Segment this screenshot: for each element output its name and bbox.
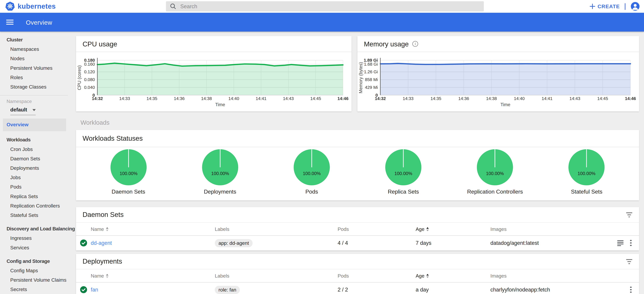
sort-icon [106, 274, 108, 278]
sidebar-section-config-storage: Config and Storage [0, 257, 68, 266]
namespace-value: default [10, 107, 27, 113]
label-chip: app: dd-agent [215, 239, 252, 247]
workloads-statuses-card: Workloads Statuses 100.00% Daemon Sets 1… [76, 130, 639, 200]
column-header-labels[interactable]: Labels [215, 273, 338, 279]
sidebar-item-replica-sets[interactable]: Replica Sets [0, 192, 68, 201]
svg-text:CPU (cores): CPU (cores) [77, 65, 82, 90]
svg-text:14:33: 14:33 [119, 96, 130, 101]
daemon-set-link[interactable]: dd-agent [91, 240, 112, 246]
column-header-labels[interactable]: Labels [215, 226, 338, 232]
filter-icon[interactable] [626, 212, 632, 217]
sidebar-item-persistent-volumes[interactable]: Persistent Volumes [0, 64, 68, 73]
sidebar-item-pods[interactable]: Pods [0, 183, 68, 192]
pie-chart: 100.00% [293, 149, 330, 186]
column-header-name[interactable]: Name [91, 273, 215, 279]
search-input[interactable] [180, 3, 480, 10]
status-ok-icon [76, 286, 91, 293]
svg-text:14:43: 14:43 [283, 96, 294, 101]
sidebar-item-replication-controllers[interactable]: Replication Controllers [0, 201, 68, 211]
status-ok-icon [76, 240, 91, 247]
sidebar-item-storage-classes[interactable]: Storage Classes [0, 82, 68, 92]
create-button[interactable]: CREATE [590, 3, 620, 9]
column-header-images[interactable]: Images [490, 273, 608, 279]
daemon-sets-table-header: Name Labels Pods Age Images [76, 223, 639, 236]
menu-icon[interactable] [6, 20, 14, 25]
memory-usage-card: Memory usage 0429 Mi858 Mi1.26 Gi1.68 Gi… [357, 36, 639, 112]
svg-text:0.180: 0.180 [84, 58, 95, 62]
workloads-statuses-title: Workloads Statuses [82, 135, 142, 142]
svg-text:14:46: 14:46 [625, 96, 636, 101]
svg-text:Memory (bytes): Memory (bytes) [358, 62, 363, 93]
svg-text:Time: Time [215, 102, 225, 107]
column-header-age[interactable]: Age [416, 226, 490, 232]
sidebar-item-stateful-sets[interactable]: Stateful Sets [0, 211, 68, 220]
svg-text:14:35: 14:35 [146, 96, 157, 101]
sidebar-item-daemon-sets[interactable]: Daemon Sets [0, 154, 68, 164]
column-header-pods[interactable]: Pods [338, 273, 416, 279]
images-cell: datadog/agent:latest [490, 240, 608, 246]
column-header-name[interactable]: Name [91, 226, 215, 232]
logs-icon[interactable] [617, 240, 624, 246]
pie-label: Stateful Sets [571, 189, 602, 195]
svg-text:0.080: 0.080 [84, 77, 95, 82]
deployments-table-header: Name Labels Pods Age Images [76, 269, 639, 283]
sidebar-item-nodes[interactable]: Nodes [0, 54, 68, 64]
header-divider [625, 3, 626, 10]
search-icon [170, 3, 176, 9]
daemon-sets-card: Daemon Sets Name Labels Pods Age Images [76, 207, 639, 251]
column-header-age[interactable]: Age [416, 273, 490, 279]
page-title: Overview [26, 19, 52, 25]
sidebar-item-persistent-volume-claims[interactable]: Persistent Volume Claims [0, 276, 68, 285]
column-header-images[interactable]: Images [490, 226, 608, 232]
status-pie-deployments: 100.00% Deployments [174, 149, 266, 195]
svg-text:14:35: 14:35 [430, 96, 441, 101]
svg-text:14:40: 14:40 [228, 96, 239, 101]
sidebar-item-ingresses[interactable]: Ingresses [0, 234, 68, 243]
status-pie-daemon-sets: 100.00% Daemon Sets [82, 149, 174, 195]
status-pie-stateful-sets: 100.00% Stateful Sets [541, 149, 632, 195]
sidebar-item-deployments[interactable]: Deployments [0, 164, 68, 173]
svg-text:100.00%: 100.00% [486, 171, 504, 176]
svg-text:14:46: 14:46 [338, 96, 348, 101]
table-row: dd-agent app: dd-agent 4 / 4 7 days data… [76, 236, 639, 250]
status-pie-replication-controllers: 100.00% Replication Controllers [449, 149, 541, 195]
sidebar-item-namespaces[interactable]: Namespaces [0, 45, 68, 54]
svg-text:858 Mi: 858 Mi [365, 77, 378, 82]
svg-text:1.26 Gi: 1.26 Gi [364, 69, 378, 74]
age-cell: a day [416, 287, 490, 293]
kebab-menu-icon[interactable] [630, 240, 632, 246]
sidebar-item-services[interactable]: Services [0, 243, 68, 253]
sidebar-item-overview[interactable]: Overview [3, 118, 66, 131]
svg-text:100.00%: 100.00% [120, 171, 137, 176]
svg-text:14:45: 14:45 [310, 96, 321, 101]
svg-text:429 Mi: 429 Mi [365, 85, 378, 90]
sidebar-section-cluster: Cluster [0, 35, 68, 45]
cpu-usage-title: CPU usage [82, 40, 117, 48]
svg-text:14:36: 14:36 [458, 96, 469, 101]
svg-text:0.040: 0.040 [84, 85, 95, 90]
sidebar-item-roles[interactable]: Roles [0, 73, 68, 82]
sidebar-section-workloads: Workloads [0, 135, 68, 145]
deployment-link[interactable]: fan [91, 287, 98, 293]
sidebar-item-cron-jobs[interactable]: Cron Jobs [0, 145, 68, 154]
namespace-underline [10, 115, 36, 115]
column-header-pods[interactable]: Pods [338, 226, 416, 232]
namespace-select[interactable]: default [10, 107, 36, 115]
memory-usage-title: Memory usage [364, 40, 409, 48]
svg-text:100.00%: 100.00% [211, 171, 229, 176]
search-bar[interactable] [166, 1, 484, 11]
info-icon[interactable] [412, 41, 418, 47]
sidebar-item-config-maps[interactable]: Config Maps [0, 266, 68, 276]
svg-text:14:38: 14:38 [486, 96, 497, 101]
svg-text:14:41: 14:41 [256, 96, 266, 101]
sidebar-item-jobs[interactable]: Jobs [0, 173, 68, 182]
label-chip: role: fan [215, 286, 240, 294]
filter-icon[interactable] [626, 259, 632, 264]
sidebar-item-secrets[interactable]: Secrets [0, 285, 68, 294]
kebab-menu-icon[interactable] [630, 286, 632, 293]
user-avatar-icon[interactable] [630, 1, 640, 11]
memory-usage-chart: 0429 Mi858 Mi1.26 Gi1.68 Gi1.89 Gi14:321… [357, 52, 639, 112]
brand[interactable]: kubernetes [5, 1, 56, 11]
sidebar-divider [0, 95, 68, 96]
pie-label: Pods [306, 189, 318, 195]
